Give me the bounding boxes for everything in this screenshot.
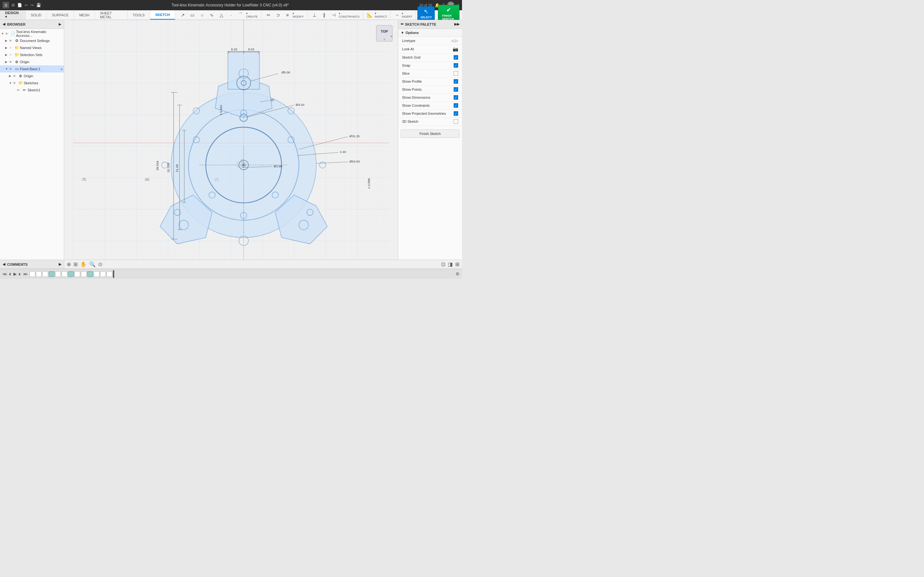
show-constraints-checkbox[interactable]: ✓ [454,103,458,108]
tree-item-named-views[interactable]: ▶ 👁 📁 Named Views [0,44,64,51]
constraints-section: ⊥ ‖ ⊣ ▾ CONSTRAINTS [309,11,363,19]
tree-item-doc-settings[interactable]: ▶ 👁 ⚙ Document Settings [0,37,64,44]
timeline-play-btn[interactable]: ▶ [13,271,17,276]
timeline-item-active[interactable] [49,271,55,277]
undo-btn[interactable]: ↩ [25,3,28,7]
snap-tool-icon[interactable]: ⊕ [67,261,71,268]
pan-icon[interactable]: ✋ [80,261,87,268]
timeline-start-btn[interactable]: ⏮ [3,271,7,276]
tree-label-origin-2: Origin [24,74,63,78]
comments-collapse-icon[interactable]: ◀ [3,262,5,266]
zoom-icon[interactable]: 🔍 [89,261,95,268]
timeline-item[interactable] [107,271,112,277]
mirror-icon[interactable]: ≡ [283,11,292,19]
collinear-icon[interactable]: ‖ [320,11,328,19]
lookat-icon[interactable]: 📷 [453,47,458,52]
timeline-item[interactable] [61,271,67,277]
tree-item-root[interactable]: ▼ 👁 📄 Tool-less Kinematic Accesso... [0,30,64,37]
modify-dropdown-icon[interactable]: ▾ MODIFY [292,12,305,18]
tree-label-sketches: Sketches [24,81,63,85]
parallel-icon[interactable]: ⊣ [329,11,338,19]
tab-sketch[interactable]: SKETCH [150,10,175,19]
show-dimensions-checkbox[interactable]: ✓ [454,95,458,100]
insert-dropdown-icon[interactable]: ▾ INSERT [402,12,413,18]
orbit-icon[interactable]: ⊙ [98,261,102,268]
tab-solid[interactable]: SOLID [26,10,47,19]
spline-tool-icon[interactable]: ∿ [208,11,216,19]
insert-icon[interactable]: → [393,11,401,19]
arc-tool-icon[interactable]: ⌒ [236,11,245,19]
sketch-grid-checkbox[interactable]: ✓ [454,55,458,60]
polygon-tool-icon[interactable]: △ [217,11,226,19]
app-menu-icon[interactable]: ☰ [3,2,9,8]
trim-icon[interactable]: ✂ [264,11,273,19]
timeline-item[interactable] [100,271,106,277]
redo-btn[interactable]: ↪ [31,3,34,7]
tree-item-fixed-base[interactable]: ▼ 👁 ▭ Fixed Base:1 ● [0,65,64,73]
timeline-item[interactable] [55,271,61,277]
palette-icon: ✏ [401,22,404,26]
palette-expand-icon[interactable]: ▶▶ [454,22,459,26]
line-tool-icon[interactable]: ↗ [178,11,187,19]
timeline-settings-icon[interactable]: ⚙ [456,271,459,276]
canvas-area[interactable]: TOP X Y -75 -50 [64,20,398,259]
tab-mesh[interactable]: MESH [74,10,95,19]
design-dropdown[interactable]: DESIGN ▾ [0,10,26,19]
circle-tool-icon[interactable]: ○ [198,11,206,19]
timeline-end-btn[interactable]: ⏭ [23,271,27,276]
offset-icon[interactable]: ⊃ [274,11,282,19]
timeline-item[interactable] [94,271,99,277]
tab-tools[interactable]: TOOLS [128,10,150,19]
3d-sketch-checkbox[interactable] [454,119,458,124]
timeline-prev-btn[interactable]: ⏴ [8,271,12,276]
inspect-section: 📐 ▾ INSPECT [364,11,391,19]
timeline-track[interactable] [29,270,454,278]
display-mode-icon[interactable]: ⊡ [441,261,445,268]
env-settings-icon[interactable]: ⊞ [455,261,459,268]
timeline-item-active[interactable] [68,271,74,277]
tree-item-selection-sets[interactable]: ▶ 👁 📁 Selection Sets [0,51,64,58]
finish-sketch-palette-btn[interactable]: Finish Sketch [401,129,459,138]
tree-item-sketches[interactable]: ▼ 👁 📁 Sketches [0,79,64,87]
timeline-item[interactable] [29,271,35,277]
show-points-checkbox[interactable]: ✓ [454,87,458,92]
timeline-item[interactable] [74,271,80,277]
tree-item-origin[interactable]: ▶ 👁 ⊕ Origin [0,58,64,65]
show-points-label: Show Points [402,87,422,91]
timeline-item-active[interactable] [87,271,93,277]
rect-tool-icon[interactable]: ▭ [188,11,197,19]
measure-icon[interactable]: 📐 [366,11,374,19]
window-controls[interactable]: ⊞📄 [11,3,22,7]
tab-surface[interactable]: SURFACE [47,10,74,19]
constraints-dropdown-icon[interactable]: ▾ CONSTRAINTS [339,12,361,18]
browser-expand-icon[interactable]: ▶ [59,23,61,26]
timeline-item[interactable] [81,271,87,277]
point-tool-icon[interactable]: · [227,11,236,19]
linetype-next-icon[interactable]: ▷ [455,39,458,43]
timeline-item[interactable] [42,271,48,277]
create-dropdown-icon[interactable]: ▾ CREATE [246,12,260,18]
coincident-icon[interactable]: ⊥ [310,11,319,19]
linetype-prev-icon[interactable]: ◁ [451,39,454,43]
visual-style-icon[interactable]: ◨ [448,261,453,268]
snap-checkbox[interactable]: ✓ [454,63,458,68]
timeline-item[interactable] [36,271,42,277]
tab-sheet-metal[interactable]: SHEET METAL [95,10,128,19]
grid-display-icon[interactable]: ⊞ [73,261,78,268]
save-btn[interactable]: 💾 [36,3,41,7]
comments-expand-icon[interactable]: ▶ [59,262,61,266]
browser-collapse-icon[interactable]: ◀ [3,22,5,26]
inspect-dropdown-icon[interactable]: ▾ INSPECT [375,12,388,18]
tree-item-sketch1[interactable]: 👁 ✏ Sketch1 [0,87,64,93]
show-points-row: Show Points ✓ [398,85,462,93]
timeline-cursor[interactable] [113,270,114,278]
eye-icon[interactable]: 👁 [5,32,10,35]
show-projected-checkbox[interactable]: ✓ [454,111,458,116]
svg-text:x 5.642: x 5.642 [219,105,223,115]
tree-item-origin-2[interactable]: ▶ 👁 ⊕ Origin [0,73,64,79]
slice-checkbox[interactable] [454,71,458,76]
show-profile-checkbox[interactable]: ✓ [454,79,458,84]
viewport-cube[interactable]: TOP X Y [375,24,394,43]
timeline-next-btn[interactable]: ⏵ [18,271,22,276]
options-section-header[interactable]: ▼ Options [398,29,462,37]
